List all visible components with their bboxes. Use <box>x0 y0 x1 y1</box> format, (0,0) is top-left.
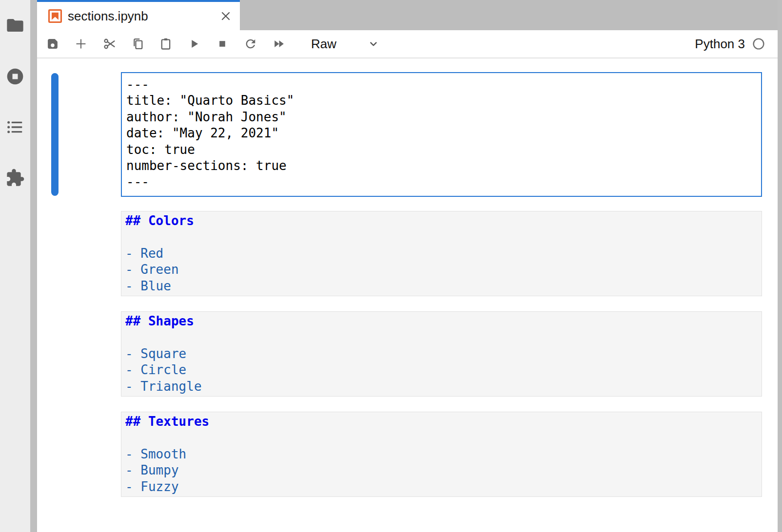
play-icon <box>187 37 201 51</box>
sidebar-item-extensions[interactable] <box>5 168 25 188</box>
raw-cell-line: --- <box>126 174 761 190</box>
markdown-list-item: - Green <box>125 262 762 278</box>
markdown-list-item: - Red <box>125 246 762 262</box>
main-dock-panel: sections.ipynb <box>37 0 778 532</box>
copy-cells-button[interactable] <box>131 37 144 51</box>
notebook-toolbar: Raw Python 3 <box>37 30 782 58</box>
fast-forward-icon <box>272 37 286 51</box>
raw-cell-editor[interactable]: --- title: "Quarto Basics" author: "Nora… <box>121 72 762 197</box>
clipboard-icon <box>159 37 173 51</box>
plus-icon <box>74 37 88 51</box>
markdown-list-item: - Triangle <box>125 379 762 395</box>
markdown-list-item: - Bumpy <box>125 462 762 478</box>
markdown-list-item: - Blue <box>125 278 762 294</box>
stop-circle-icon <box>5 66 25 87</box>
raw-cell-line: date: "May 22, 2021" <box>126 125 761 141</box>
chevron-down-icon <box>367 37 380 51</box>
save-button[interactable] <box>46 37 59 51</box>
left-sidebar <box>0 0 30 532</box>
run-cell-button[interactable] <box>187 37 201 51</box>
cell-type-value: Raw <box>311 37 336 52</box>
raw-cell-line: number-sections: true <box>126 158 761 174</box>
kernel-idle-circle-icon <box>752 38 765 50</box>
sidebar-divider <box>30 0 37 532</box>
folder-icon <box>5 16 25 35</box>
cell-type-selector[interactable]: Raw <box>311 37 380 52</box>
kernel-status-button[interactable] <box>752 38 765 50</box>
tab-bar: sections.ipynb <box>37 0 778 30</box>
raw-cell-line: title: "Quarto Basics" <box>126 93 761 109</box>
stop-icon <box>215 37 229 51</box>
markdown-cell-colors[interactable]: ## Colors - Red - Green - Blue <box>121 211 762 296</box>
kernel-indicator: Python 3 <box>695 37 765 52</box>
blank-line <box>125 430 762 446</box>
raw-cell-line: author: "Norah Jones" <box>126 109 761 125</box>
restart-run-all-button[interactable] <box>272 37 286 51</box>
markdown-list-item: - Square <box>125 346 762 362</box>
scissors-icon <box>102 37 116 51</box>
close-icon <box>219 10 232 22</box>
list-icon <box>5 117 25 137</box>
restart-icon <box>244 37 257 51</box>
kernel-name: Python 3 <box>695 37 745 52</box>
insert-cell-button[interactable] <box>74 37 88 51</box>
interrupt-kernel-button[interactable] <box>215 37 229 51</box>
cell-collapser[interactable] <box>51 73 59 196</box>
tab-sections-ipynb[interactable]: sections.ipynb <box>37 0 240 30</box>
notebook-icon <box>47 8 63 24</box>
copy-icon <box>131 37 144 51</box>
raw-cell-line: --- <box>126 76 761 93</box>
tab-title: sections.ipynb <box>68 9 218 24</box>
paste-cells-button[interactable] <box>159 37 173 51</box>
jupyterlab-window: sections.ipynb <box>0 0 782 532</box>
window-right-edge <box>778 0 782 532</box>
markdown-list-item: - Smooth <box>125 446 762 462</box>
markdown-heading: ## Textures <box>125 414 762 430</box>
sidebar-item-running-sessions[interactable] <box>5 67 25 86</box>
restart-kernel-button[interactable] <box>244 37 257 51</box>
markdown-cell-textures[interactable]: ## Textures - Smooth - Bumpy - Fuzzy <box>121 412 762 497</box>
blank-line <box>125 329 762 345</box>
markdown-cell-shapes[interactable]: ## Shapes - Square - Circle - Triangle <box>121 311 762 397</box>
sidebar-item-table-of-contents[interactable] <box>5 117 25 137</box>
cut-cells-button[interactable] <box>102 37 116 51</box>
sidebar-item-file-browser[interactable] <box>5 16 25 35</box>
tab-close-button[interactable] <box>218 9 233 23</box>
markdown-list-item: - Circle <box>125 362 762 378</box>
raw-cell-line: toc: true <box>126 142 761 158</box>
markdown-heading: ## Colors <box>125 213 762 229</box>
markdown-list-item: - Fuzzy <box>125 479 762 495</box>
markdown-heading: ## Shapes <box>125 313 762 329</box>
save-icon <box>46 37 59 51</box>
notebook-area: --- title: "Quarto Basics" author: "Nora… <box>37 58 778 532</box>
blank-line <box>125 229 762 245</box>
puzzle-icon <box>5 168 25 188</box>
